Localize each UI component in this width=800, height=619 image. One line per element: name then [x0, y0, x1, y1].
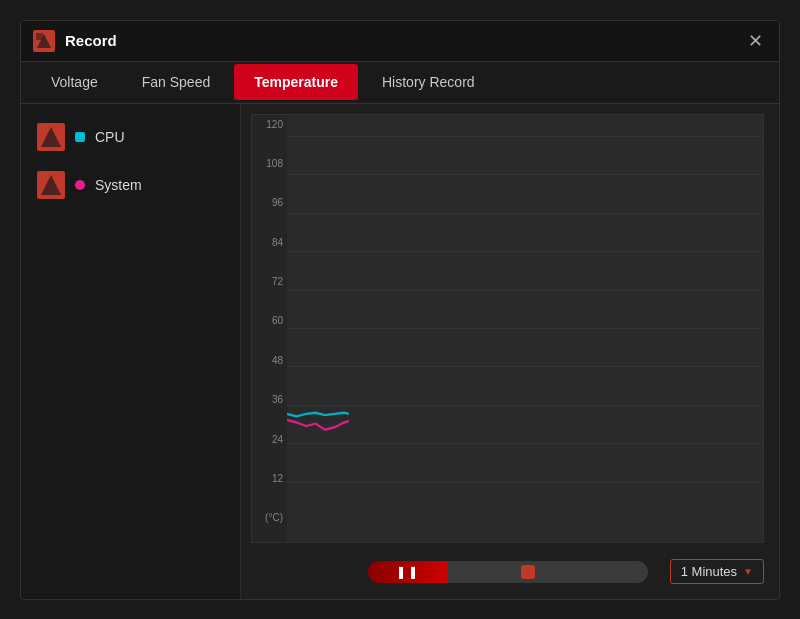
tab-voltage[interactable]: Voltage [31, 64, 118, 100]
y-axis: 120 108 96 84 72 60 48 36 24 12 (°C) [252, 115, 287, 542]
app-icon [33, 30, 55, 52]
main-area: 120 108 96 84 72 60 48 36 24 12 (°C) [241, 104, 779, 599]
system-dot [75, 180, 85, 190]
content-area: CPU System 120 108 96 84 72 [21, 104, 779, 599]
cpu-dot [75, 132, 85, 142]
tab-fan-speed[interactable]: Fan Speed [122, 64, 231, 100]
playback-track[interactable] [448, 561, 648, 583]
time-label: 1 Minutes [681, 564, 737, 579]
chart-svg [287, 115, 763, 542]
playback-bar[interactable]: ❚❚ [368, 560, 648, 584]
y-label-96: 96 [272, 198, 283, 208]
system-label: System [95, 177, 142, 193]
y-label-36: 36 [272, 395, 283, 405]
sidebar: CPU System [21, 104, 241, 599]
cpu-icon [37, 123, 65, 151]
y-label-84: 84 [272, 238, 283, 248]
chart-container: 120 108 96 84 72 60 48 36 24 12 (°C) [251, 114, 764, 543]
time-dropdown[interactable]: 1 Minutes ▼ [670, 559, 764, 584]
y-label-72: 72 [272, 277, 283, 287]
title-bar: Record ✕ [21, 21, 779, 62]
y-label-unit: (°C) [265, 513, 283, 523]
playback-play-pause[interactable]: ❚❚ [368, 561, 448, 583]
y-label-12: 12 [272, 474, 283, 484]
chart-area [287, 115, 763, 542]
y-label-120: 120 [266, 120, 283, 130]
svg-rect-2 [36, 33, 43, 40]
system-icon [37, 171, 65, 199]
y-label-24: 24 [272, 435, 283, 445]
y-label-108: 108 [266, 159, 283, 169]
y-label-48: 48 [272, 356, 283, 366]
cpu-label: CPU [95, 129, 125, 145]
tab-history-record[interactable]: History Record [362, 64, 495, 100]
controls: ❚❚ 1 Minutes ▼ [251, 555, 764, 589]
main-window: Record ✕ Voltage Fan Speed Temperature H… [20, 20, 780, 600]
y-label-60: 60 [272, 316, 283, 326]
pause-icon: ❚❚ [396, 565, 420, 579]
window-title: Record [65, 32, 743, 49]
playback-thumb[interactable] [521, 565, 535, 579]
tab-temperature[interactable]: Temperature [234, 64, 358, 100]
close-button[interactable]: ✕ [743, 29, 767, 53]
dropdown-arrow-icon: ▼ [743, 566, 753, 577]
sidebar-item-system[interactable]: System [31, 167, 230, 203]
tab-bar: Voltage Fan Speed Temperature History Re… [21, 62, 779, 104]
sidebar-item-cpu[interactable]: CPU [31, 119, 230, 155]
